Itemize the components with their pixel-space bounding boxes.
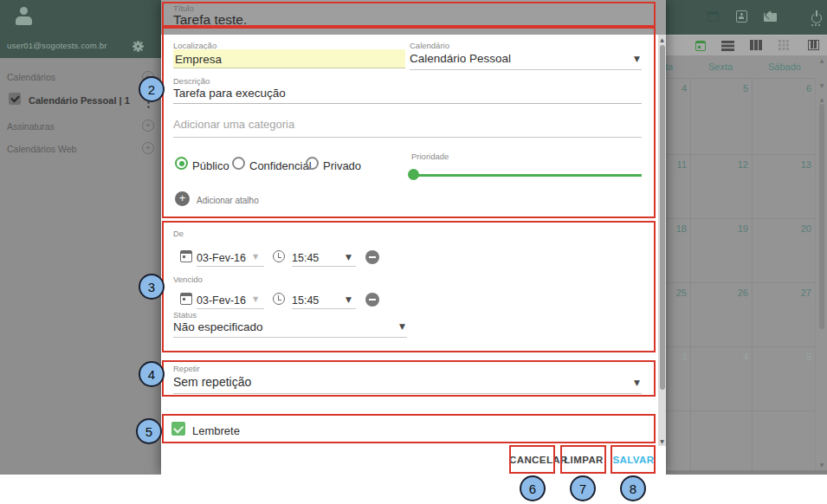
month-date-cell[interactable]: 12 [690,159,748,170]
scroll-up-icon[interactable]: ▲ [658,36,666,42]
annotation-box-2 [162,27,656,218]
grid-line [666,154,815,155]
week-view-icon[interactable] [750,40,753,50]
annotation-circle-2: 2 [139,76,165,102]
annotation-box-3 [162,221,656,352]
view-switch-toolbar [666,35,827,55]
contacts-module-icon[interactable] [736,10,747,23]
grid-line [690,78,691,470]
scrollbar-thumb[interactable] [660,45,665,390]
top-nav-bar [666,0,827,35]
annotation-circle-5: 5 [136,418,162,444]
grid-line [666,218,815,219]
dialog-scrollbar[interactable]: ▲ ▼ [658,35,666,446]
month-date-cell[interactable]: 25 [666,288,687,298]
grid-line [752,78,753,470]
scroll-down-icon[interactable]: ▼ [658,438,666,444]
month-date-cell[interactable]: 4 [690,352,748,362]
grid-line [815,78,816,470]
grid-line [666,410,815,411]
sidebar-header: user01@sogotests.com.br [0,0,161,58]
day-header-sabado: Sábado [768,61,801,72]
month-date-cell[interactable]: 20 [752,223,811,234]
month-date-cell[interactable]: 19 [690,223,748,234]
annotation-circle-7: 7 [570,475,596,501]
calendar-view: Quinta Sexta Sábado 45611121318192025262… [666,0,827,475]
grid-line [666,282,815,283]
day-view-icon[interactable] [695,41,706,51]
grid-line [666,346,815,347]
annotation-box-title [162,2,656,27]
month-date-cell[interactable]: 26 [690,288,748,298]
logout-power-icon[interactable] [811,13,822,23]
month-date-cell[interactable]: 6 [752,83,811,94]
month-date-cell[interactable]: 18 [666,223,687,234]
annotation-circle-6: 6 [520,475,546,501]
scroll-up-icon[interactable]: ▲ [817,96,827,102]
sidebar-item-personal-calendar[interactable]: Calendário Pessoal | 1 [29,95,130,106]
add-web-calendar-icon[interactable]: + [142,142,154,154]
user-email: user01@sogotests.com.br [7,41,107,50]
month-view-icon[interactable] [779,40,781,42]
annotation-box-7 [560,445,606,474]
sidebar: user01@sogotests.com.br Calendários + Ca… [0,0,161,475]
scroll-down-icon[interactable]: ▼ [817,82,827,88]
month-date-cell[interactable]: 27 [752,288,811,298]
annotation-box-6 [509,445,555,474]
sidebar-section-web-calendars: Calendários Web [7,144,76,154]
scroll-up-icon[interactable]: ▲ [817,57,827,63]
day-header-quinta: Quinta [666,61,673,72]
avatar-icon [16,16,32,25]
annotation-circle-4: 4 [139,361,165,387]
annotation-box-4 [162,360,656,397]
calendar-module-icon[interactable] [707,11,719,22]
mail-module-icon[interactable] [764,13,777,22]
annotation-circle-8: 8 [620,475,646,501]
multicolumn-view-icon[interactable] [808,40,819,50]
sidebar-section-subscriptions: Assinaturas [7,121,55,132]
month-date-cell[interactable]: 5 [690,83,748,94]
grid-line [666,78,815,79]
sidebar-section-calendars: Calendários [7,72,55,82]
month-date-cell[interactable]: 3 [666,352,687,362]
month-date-cell[interactable]: 4 [666,83,687,94]
list-view-icon[interactable] [721,41,734,43]
grid-bottom-edge [666,470,827,475]
month-date-cell[interactable]: 5 [752,352,811,362]
annotation-box-5 [162,414,656,443]
month-date-cell[interactable]: 11 [666,159,687,170]
calendar-checkbox[interactable] [9,93,21,105]
day-header-sexta: Sexta [708,61,733,72]
gear-icon[interactable] [134,42,142,50]
add-subscription-icon[interactable]: + [142,120,154,132]
scroll-down-icon[interactable]: ▼ [817,462,827,468]
scrollbar-thumb[interactable] [819,104,824,329]
month-date-cell[interactable]: 13 [752,159,811,170]
avatar-icon [20,7,28,15]
annotation-box-8 [611,445,656,474]
annotation-circle-3: 3 [139,274,165,300]
